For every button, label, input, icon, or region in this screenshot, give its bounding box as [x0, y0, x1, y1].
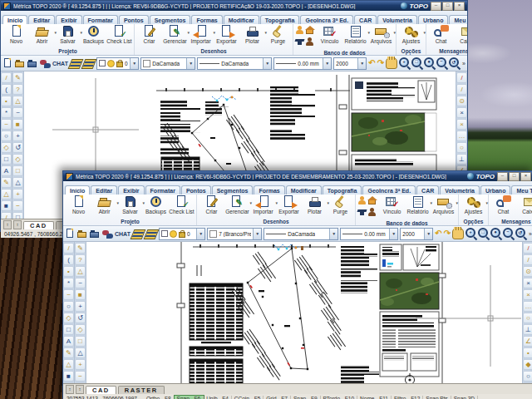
- new-file-icon[interactable]: [2, 58, 13, 69]
- line-tool[interactable]: /: [1, 72, 12, 83]
- linetype-combo[interactable]: DaCamada▼: [197, 57, 272, 70]
- stretch-tool[interactable]: +: [12, 189, 23, 200]
- tab-inicio[interactable]: Início: [2, 15, 27, 24]
- exportar-button[interactable]: Exportar: [214, 25, 239, 47]
- quadrant-snap-tool[interactable]: ◆: [523, 359, 532, 370]
- hatch-tool[interactable]: /: [63, 382, 74, 383]
- extend-tool[interactable]: □: [12, 212, 23, 219]
- layer-visibility-checkbox[interactable]: [99, 60, 106, 66]
- trim-tool[interactable]: −: [12, 200, 23, 211]
- toggle-filtro[interactable]: Filtro - F12: [392, 396, 423, 399]
- circle-tool[interactable]: ○: [1, 131, 12, 141]
- toggle-ccoin[interactable]: CCoin - F5: [232, 396, 264, 399]
- endpoint-snap-tool[interactable]: /: [456, 72, 467, 83]
- tab-topografia[interactable]: Topografia: [260, 15, 300, 24]
- ellipse-tool[interactable]: ◇: [1, 142, 12, 153]
- hat-icon[interactable]: [357, 208, 367, 217]
- tab-pontos[interactable]: Pontos: [181, 185, 211, 195]
- zoom-extents-button[interactable]: ●: [490, 228, 502, 239]
- tab-car[interactable]: CAR: [416, 185, 439, 195]
- undo-button[interactable]: ↶: [368, 58, 375, 68]
- hatch-tool[interactable]: /: [1, 212, 12, 219]
- sheet-scroll-right[interactable]: ↕: [76, 385, 84, 394]
- mirror-tool[interactable]: △: [75, 347, 86, 358]
- person-icon[interactable]: [367, 208, 377, 217]
- apparent-snap-tool[interactable]: ×: [523, 289, 532, 300]
- arquivos-button[interactable]: Arquivos: [368, 25, 394, 49]
- tab-exibir[interactable]: Exibir: [118, 185, 144, 195]
- angle-snap-tool[interactable]: ∠: [523, 336, 532, 347]
- tab-urbano[interactable]: Urbano: [418, 15, 449, 24]
- maximize-button[interactable]: □: [442, 2, 453, 11]
- undo-button[interactable]: ↶: [435, 229, 441, 239]
- confirm-snap-tool[interactable]: ✓: [523, 382, 532, 383]
- image-tool[interactable]: ■: [63, 371, 74, 382]
- tab-formatar[interactable]: Formatar: [145, 185, 180, 195]
- stretch-tool[interactable]: +: [75, 359, 86, 370]
- zoom-extents-button[interactable]: ●: [424, 57, 436, 69]
- linetype-combo[interactable]: DaCamada▼: [264, 228, 338, 240]
- chat-label[interactable]: CHAT: [52, 61, 68, 66]
- array-tool[interactable]: ■: [12, 119, 23, 130]
- tab-editar[interactable]: Editar: [91, 185, 117, 195]
- circle-tool[interactable]: ○: [63, 301, 74, 312]
- center-snap-tool[interactable]: ⊙: [456, 96, 467, 106]
- nearest-snap-tool[interactable]: /: [456, 84, 467, 95]
- toggle-ortho[interactable]: Ortho - F8: [144, 396, 175, 399]
- curve-tool[interactable]: ~: [63, 289, 74, 300]
- caixa-button[interactable]: Caixa: [516, 195, 532, 218]
- arquivos-button[interactable]: Arquivos: [431, 195, 456, 219]
- zoom-out-button[interactable]: −: [436, 57, 448, 69]
- toggle-snap-pts[interactable]: Snap Pts: [423, 396, 451, 399]
- relatorio-button[interactable]: Relatório: [342, 25, 368, 49]
- extend-tool[interactable]: □: [75, 382, 86, 383]
- vinculo-button[interactable]: Vínculo: [379, 195, 405, 219]
- ellipse-tool[interactable]: ◇: [63, 313, 74, 323]
- tab-meu-topo[interactable]: Meu TOPO: [511, 185, 532, 195]
- salvar-button[interactable]: Salvar: [55, 25, 81, 47]
- tab-modificar[interactable]: Modificar: [224, 15, 259, 24]
- caixa-button[interactable]: Caixa: [454, 25, 467, 47]
- arc-edit-tool[interactable]: ~: [12, 107, 23, 118]
- tab-meu-topo[interactable]: Meu TOPO: [449, 15, 467, 24]
- intersection-snap-tool[interactable]: ×: [456, 107, 467, 118]
- exportar-button[interactable]: Exportar: [276, 195, 302, 218]
- nearest-snap-tool[interactable]: /: [523, 254, 532, 265]
- arc-tool[interactable]: (: [63, 254, 74, 265]
- person-icon[interactable]: [305, 37, 314, 47]
- tab-volumetria[interactable]: Volumetria: [377, 15, 417, 24]
- tab-car[interactable]: CAR: [354, 15, 377, 24]
- layer-combo[interactable]: 0▼: [96, 57, 139, 70]
- criar-button[interactable]: Criar: [199, 195, 224, 218]
- novo-button[interactable]: Novo: [66, 195, 91, 218]
- point-tool[interactable]: •: [63, 266, 74, 277]
- chat-button[interactable]: Chat: [428, 25, 454, 47]
- arc-edit-tool[interactable]: ~: [75, 278, 86, 288]
- polygon-tool[interactable]: △: [1, 189, 12, 200]
- novo-button[interactable]: Novo: [3, 25, 29, 47]
- extension-snap-tool[interactable]: …: [456, 131, 467, 141]
- endpoint-snap-tool[interactable]: /: [523, 243, 532, 254]
- move-tool[interactable]: +: [12, 131, 23, 141]
- minimize-button[interactable]: –: [431, 2, 441, 11]
- zoom-window-button[interactable]: □: [411, 57, 423, 69]
- chat-label[interactable]: CHAT: [115, 231, 131, 237]
- lineweight-combo[interactable]: 0.00 mm▼: [340, 228, 398, 240]
- scale-tool[interactable]: ◇: [75, 324, 86, 335]
- tab-editar[interactable]: Editar: [28, 15, 55, 24]
- color-combo[interactable]: DaCamada▼: [140, 57, 195, 70]
- scale-combo[interactable]: 2000▼: [400, 228, 433, 240]
- toolbar-overflow[interactable]: »: [462, 61, 466, 66]
- abrir-button[interactable]: Abrir: [91, 195, 117, 218]
- zoom-window-button[interactable]: □: [478, 228, 490, 239]
- zoom-previous-button[interactable]: ↺: [515, 228, 527, 239]
- tab-formas[interactable]: Formas: [191, 15, 222, 24]
- backups-button[interactable]: Backups: [143, 195, 169, 218]
- maximize-button[interactable]: □: [509, 172, 520, 181]
- edit-tool[interactable]: ✎: [12, 72, 23, 83]
- layer-visibility-checkbox[interactable]: [161, 230, 168, 237]
- layer-combo[interactable]: 0▼: [159, 228, 205, 240]
- pan-button[interactable]: [452, 228, 464, 239]
- plotar-button[interactable]: Plotar: [302, 195, 328, 218]
- image-tool[interactable]: ■: [1, 200, 12, 211]
